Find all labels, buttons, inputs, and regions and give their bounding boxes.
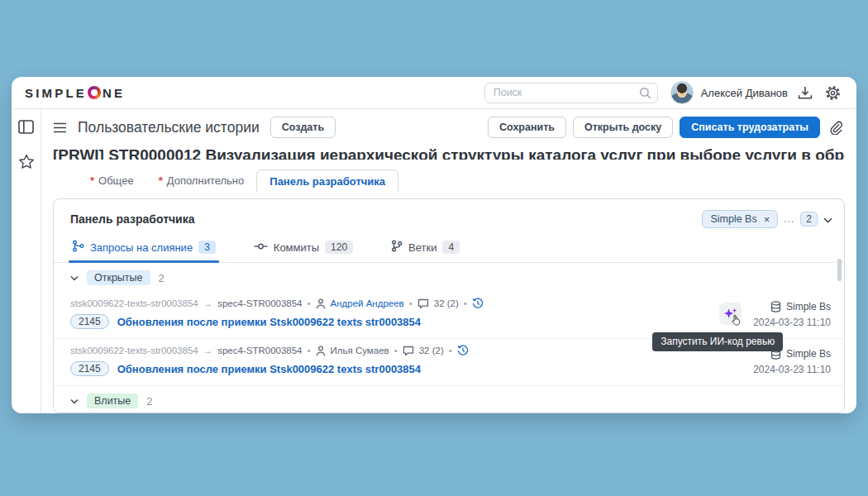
source-branch: stsk0009622-texts-str0003854 <box>70 298 198 308</box>
person-icon <box>316 298 326 309</box>
ai-code-review-button[interactable] <box>719 303 742 325</box>
avatar[interactable] <box>670 81 694 104</box>
git-commit-icon <box>254 241 268 254</box>
count-badge: 3 <box>198 241 216 254</box>
panel-tabs: Запросы на слияние 3 Коммиты 120 <box>54 236 844 263</box>
app-window: SIMPLE NE Алексей Диванов <box>12 77 856 413</box>
logo-text-left: SIMPLE <box>25 86 87 100</box>
source-branch: stsk0009622-texts-str0003854 <box>70 346 198 355</box>
target-branch: spec4-STR0003854 <box>217 346 302 355</box>
header-actions: Алексей Диванов <box>484 81 843 104</box>
sparkles-icon <box>723 306 739 322</box>
chevron-down-icon[interactable] <box>70 398 79 404</box>
section-count: 2 <box>159 272 165 284</box>
export-icon[interactable] <box>795 86 815 100</box>
comments-icon <box>417 298 429 309</box>
arrow-right-icon: → <box>203 346 213 355</box>
close-icon[interactable]: × <box>764 214 770 225</box>
history-icon[interactable] <box>457 345 469 356</box>
list-title[interactable]: Пользовательские истории <box>78 119 260 136</box>
database-icon <box>770 301 781 312</box>
sidebar-toggle-icon[interactable] <box>18 120 34 134</box>
form-tabs: * Общее * Дополнительно Панель разработч… <box>78 169 845 192</box>
history-icon[interactable] <box>472 298 484 309</box>
mr-id-badge: 2145 <box>70 314 109 329</box>
ai-review-tooltip: Запустить ИИ-код ревью <box>652 332 783 351</box>
mr-date: 2024-03-23 11:10 <box>753 364 831 375</box>
git-branch-icon <box>391 240 403 255</box>
record-title: [PRWI] STR0000012 Визуализация иерархиче… <box>53 146 845 160</box>
repository-filter[interactable]: Simple Bs × ... 2 <box>702 210 832 228</box>
favorite-star-icon[interactable] <box>18 154 35 169</box>
app-header: SIMPLE NE Алексей Диванов <box>12 77 856 109</box>
tab-merge-requests[interactable]: Запросы на слияние 3 <box>70 236 217 262</box>
merge-request-row[interactable]: stsk0009622-texts-str0003854 → spec4-STR… <box>54 292 844 338</box>
person-icon <box>316 346 326 356</box>
open-board-button[interactable]: Открыть доску <box>573 117 673 138</box>
panel-title: Панель разработчика <box>70 212 195 226</box>
author-link[interactable]: Илья Сумаев <box>331 346 389 355</box>
required-mark: * <box>159 174 163 187</box>
paperclip-icon[interactable] <box>827 121 845 135</box>
tab-branches[interactable]: Ветки 4 <box>389 236 461 262</box>
required-mark: * <box>90 174 94 187</box>
mr-title-link[interactable]: Обновления после приемки Stsk0009622 tex… <box>117 363 421 375</box>
context-menu-icon[interactable] <box>53 122 67 133</box>
author-link[interactable]: Андрей Андреев <box>331 298 404 308</box>
section-open: Открытые 2 <box>54 263 844 292</box>
section-badge: Влитые <box>87 393 138 408</box>
tab-general[interactable]: * Общее <box>78 169 146 192</box>
section-badge: Открытые <box>87 270 150 285</box>
tab-developer-panel[interactable]: Панель разработчика <box>256 169 398 192</box>
mr-id-badge: 2145 <box>70 361 109 376</box>
comments-icon <box>403 346 414 356</box>
app-logo: SIMPLE NE <box>25 86 125 100</box>
section-merged: Влитые 2 <box>54 385 844 413</box>
arrow-right-icon: → <box>203 298 213 308</box>
record-toolbar: Пользовательские истории Создать Сохрани… <box>53 117 845 138</box>
left-icon-strip <box>12 109 41 413</box>
tab-commits[interactable]: Коммиты 120 <box>252 236 355 262</box>
scrollbar-thumb[interactable] <box>837 259 842 281</box>
search-icon <box>639 87 651 103</box>
mr-date: 2024-03-23 11:10 <box>753 317 831 328</box>
chevron-down-icon[interactable] <box>823 212 832 227</box>
global-search[interactable] <box>484 83 658 103</box>
main-content: Пользовательские истории Создать Сохрани… <box>41 109 856 413</box>
create-button[interactable]: Создать <box>270 117 336 138</box>
mr-title-link[interactable]: Обновления после приемки Stsk0009622 tex… <box>117 316 421 328</box>
target-branch: spec4-STR0003854 <box>217 298 302 308</box>
comments-count[interactable]: 32 (2) <box>419 346 444 355</box>
filter-ellipsis: ... <box>784 213 794 225</box>
tab-additional[interactable]: * Дополнительно <box>146 169 257 192</box>
comments-count[interactable]: 32 (2) <box>434 298 459 308</box>
count-badge: 120 <box>325 241 353 254</box>
logo-ring-icon <box>88 86 101 99</box>
filter-chip: Simple Bs × <box>702 210 778 228</box>
search-input[interactable] <box>484 83 658 103</box>
chevron-down-icon[interactable] <box>70 275 79 281</box>
repo-name: Simple Bs <box>786 348 831 360</box>
save-button[interactable]: Сохранить <box>488 117 566 138</box>
developer-panel-card: Панель разработчика Simple Bs × ... 2 <box>53 198 845 413</box>
filter-more-count: 2 <box>800 212 818 227</box>
gear-icon[interactable] <box>823 85 843 101</box>
count-badge: 4 <box>442 241 460 254</box>
section-count: 2 <box>146 395 152 408</box>
git-merge-icon <box>72 240 84 255</box>
log-work-button[interactable]: Списать трудозатраты <box>680 117 820 138</box>
desktop-background: SIMPLE NE Алексей Диванов <box>0 0 868 496</box>
user-name[interactable]: Алексей Диванов <box>701 87 788 99</box>
repo-name: Simple Bs <box>786 301 831 312</box>
logo-text-right: NE <box>103 86 125 100</box>
